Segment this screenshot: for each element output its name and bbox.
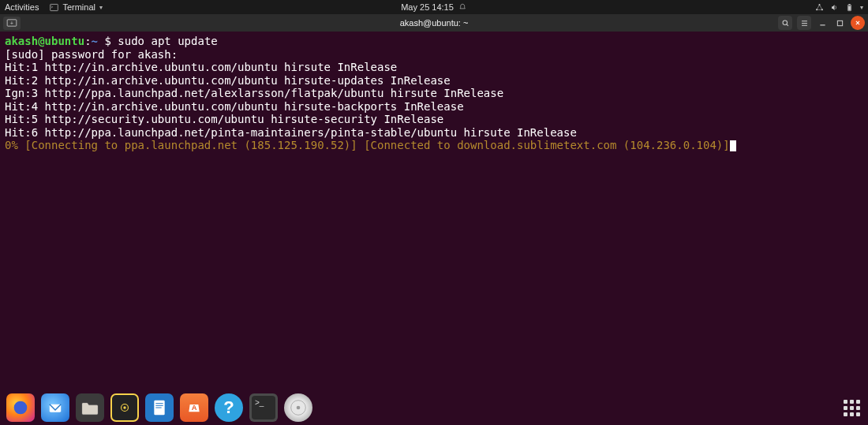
dock-help[interactable]: ? <box>215 393 243 422</box>
terminal-progress-line: 0% [Connecting to ppa.launchpad.net (185… <box>5 139 730 151</box>
terminal-line: Ign:3 http://ppa.launchpad.net/alexlarss… <box>5 87 503 99</box>
dock-terminal[interactable]: >_ <box>249 393 278 422</box>
dock-files[interactable] <box>76 393 104 422</box>
clock[interactable]: May 25 14:15 <box>401 2 467 12</box>
new-tab-button[interactable]: + <box>3 17 21 30</box>
prompt-symbol: $ <box>98 35 118 47</box>
dock-writer[interactable] <box>145 393 174 422</box>
terminal-line: Hit:4 http://in.archive.ubuntu.com/ubunt… <box>5 100 464 113</box>
terminal-icon: >_ <box>252 396 275 419</box>
svg-point-18 <box>14 401 28 415</box>
maximize-button[interactable] <box>833 16 846 30</box>
window-title: akash@ubuntu: ~ <box>400 18 469 28</box>
svg-text:+: + <box>10 21 13 26</box>
show-applications-button[interactable] <box>841 397 862 418</box>
gnome-top-bar: Activities Terminal ▾ May 25 14:15 ▾ <box>0 0 868 14</box>
prompt-user: akash@ubuntu <box>5 35 84 47</box>
search-button[interactable] <box>778 16 792 30</box>
app-menu[interactable]: Terminal ▾ <box>50 2 103 12</box>
dock-thunderbird[interactable] <box>41 393 69 422</box>
app-menu-label: Terminal <box>62 2 95 12</box>
svg-point-21 <box>123 406 125 408</box>
dock: A ? >_ <box>0 390 868 425</box>
svg-rect-15 <box>837 21 842 25</box>
window-titlebar: + akash@ubuntu: ~ <box>0 14 868 32</box>
terminal-pane[interactable]: akash@ubuntu:~ $ sudo apt update [sudo] … <box>0 32 868 425</box>
terminal-line: [sudo] password for akash: <box>5 48 178 61</box>
system-status-area[interactable]: ▾ <box>815 3 863 12</box>
chevron-down-icon: ▾ <box>860 4 863 11</box>
svg-rect-6 <box>848 6 851 10</box>
svg-point-9 <box>783 21 788 25</box>
svg-rect-5 <box>848 4 850 5</box>
terminal-line: Hit:6 http://ppa.launchpad.net/pinta-mai… <box>5 126 577 139</box>
notification-icon <box>458 3 467 12</box>
svg-point-28 <box>297 406 301 410</box>
svg-text:A: A <box>192 404 197 412</box>
svg-line-10 <box>786 24 788 25</box>
prompt-path: ~ <box>92 35 98 47</box>
dock-software[interactable]: A <box>180 393 208 422</box>
chevron-down-icon: ▾ <box>99 4 103 11</box>
dock-firefox[interactable] <box>6 393 35 422</box>
activities-button[interactable]: Activities <box>5 2 39 12</box>
dock-disk[interactable] <box>284 393 312 422</box>
volume-icon <box>830 3 839 12</box>
terminal-line: Hit:2 http://in.archive.ubuntu.com/ubunt… <box>5 74 451 87</box>
datetime-label: May 25 14:15 <box>401 2 454 12</box>
battery-icon <box>845 3 854 12</box>
prompt-colon: : <box>84 35 91 47</box>
close-button[interactable] <box>851 16 865 30</box>
hamburger-menu-button[interactable] <box>797 16 811 30</box>
terminal-line: Hit:5 http://security.ubuntu.com/ubuntu … <box>5 113 443 125</box>
minimize-button[interactable] <box>816 16 829 30</box>
terminal-cursor <box>730 140 736 151</box>
command-text: sudo apt update <box>118 35 217 47</box>
terminal-icon <box>50 3 58 12</box>
network-icon <box>815 3 824 12</box>
terminal-line: Hit:1 http://in.archive.ubuntu.com/ubunt… <box>5 61 397 73</box>
dock-rhythmbox[interactable] <box>110 393 139 422</box>
svg-rect-0 <box>51 4 58 10</box>
